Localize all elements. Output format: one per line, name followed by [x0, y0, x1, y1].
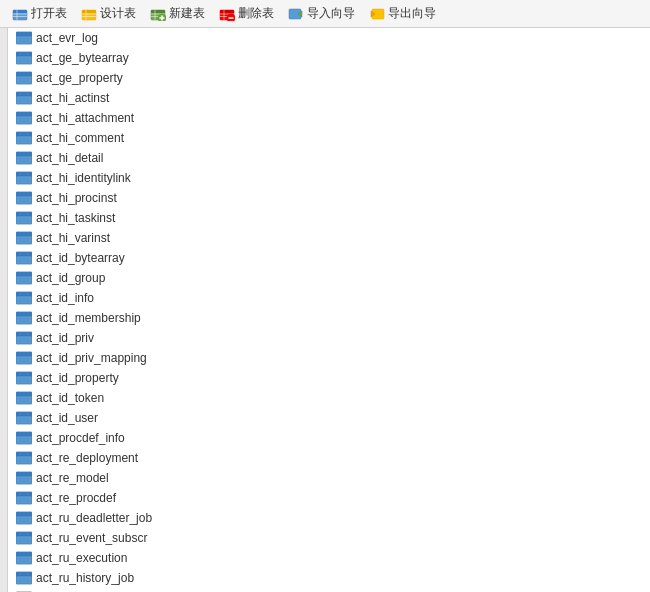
- table-icon: [16, 231, 32, 245]
- table-list-item[interactable]: act_id_priv_mapping: [8, 348, 650, 368]
- table-list-item[interactable]: act_hi_attachment: [8, 108, 650, 128]
- table-list-item[interactable]: act_id_group: [8, 268, 650, 288]
- table-list-item[interactable]: act_procdef_info: [8, 428, 650, 448]
- export-wizard-button[interactable]: 导出向导: [363, 3, 442, 24]
- table-list-item[interactable]: act_id_bytearray: [8, 248, 650, 268]
- table-icon: [16, 191, 32, 205]
- delete-table-label: 删除表: [238, 5, 274, 22]
- table-name-label: act_id_priv_mapping: [36, 351, 147, 365]
- design-table-button[interactable]: 设计表: [75, 3, 142, 24]
- table-list-item[interactable]: act_ru_deadletter_job: [8, 508, 650, 528]
- table-icon: [16, 571, 32, 585]
- new-table-label: 新建表: [169, 5, 205, 22]
- table-list-item[interactable]: act_evr_log: [8, 28, 650, 48]
- table-name-label: act_hi_attachment: [36, 111, 134, 125]
- table-list-item[interactable]: act_hi_identitylink: [8, 168, 650, 188]
- new-table-button[interactable]: 新建表: [144, 3, 211, 24]
- export-wizard-label: 导出向导: [388, 5, 436, 22]
- table-name-label: act_re_model: [36, 471, 109, 485]
- table-name-label: act_hi_taskinst: [36, 211, 115, 225]
- table-list-item[interactable]: act_re_deployment: [8, 448, 650, 468]
- table-icon: [16, 311, 32, 325]
- table-icon: [16, 471, 32, 485]
- export-wizard-icon: [369, 6, 385, 22]
- table-list-item[interactable]: act_hi_taskinst: [8, 208, 650, 228]
- toolbar: 打开表 设计表: [0, 0, 650, 28]
- table-icon: [16, 411, 32, 425]
- table-icon: [16, 251, 32, 265]
- open-table-label: 打开表: [31, 5, 67, 22]
- svg-rect-19: [220, 10, 234, 13]
- table-icon: [16, 71, 32, 85]
- svg-rect-1: [13, 10, 27, 13]
- table-icon: [16, 451, 32, 465]
- left-panel: [0, 28, 8, 592]
- table-icon: [16, 531, 32, 545]
- import-wizard-icon: [288, 6, 304, 22]
- import-wizard-button[interactable]: 导入向导: [282, 3, 361, 24]
- table-name-label: act_id_bytearray: [36, 251, 125, 265]
- table-name-label: act_evr_log: [36, 31, 98, 45]
- table-icon: [16, 151, 32, 165]
- table-list-item[interactable]: act_id_property: [8, 368, 650, 388]
- table-list-item[interactable]: act_ru_history_job: [8, 568, 650, 588]
- table-name-label: act_ru_execution: [36, 551, 127, 565]
- table-list-item[interactable]: act_hi_varinst: [8, 228, 650, 248]
- table-name-label: act_ru_event_subscr: [36, 531, 147, 545]
- table-list-item[interactable]: act_ru_execution: [8, 548, 650, 568]
- table-name-label: act_procdef_info: [36, 431, 125, 445]
- table-list-item[interactable]: act_id_membership: [8, 308, 650, 328]
- main-content: act_evr_log act_ge_bytearray act_ge_prop…: [0, 28, 650, 592]
- table-list-item[interactable]: act_id_token: [8, 388, 650, 408]
- table-name-label: act_ge_property: [36, 71, 123, 85]
- table-list-item[interactable]: act_ge_bytearray: [8, 48, 650, 68]
- table-list-item[interactable]: act_ru_identitylink: [8, 588, 650, 592]
- design-table-icon: [81, 6, 97, 22]
- open-table-icon: [12, 6, 28, 22]
- table-name-label: act_id_token: [36, 391, 104, 405]
- open-table-button[interactable]: 打开表: [6, 3, 73, 24]
- table-list-item[interactable]: act_id_priv: [8, 328, 650, 348]
- design-table-label: 设计表: [100, 5, 136, 22]
- table-list-item[interactable]: act_id_user: [8, 408, 650, 428]
- table-name-label: act_id_group: [36, 271, 105, 285]
- table-name-label: act_re_deployment: [36, 451, 138, 465]
- table-icon: [16, 431, 32, 445]
- table-list-item[interactable]: act_hi_procinst: [8, 188, 650, 208]
- table-list-item[interactable]: act_re_procdef: [8, 488, 650, 508]
- table-icon: [16, 271, 32, 285]
- table-name-label: act_id_info: [36, 291, 94, 305]
- delete-table-icon: [219, 6, 235, 22]
- table-list-item[interactable]: act_ru_event_subscr: [8, 528, 650, 548]
- table-name-label: act_hi_detail: [36, 151, 103, 165]
- table-name-label: act_hi_comment: [36, 131, 124, 145]
- table-icon: [16, 491, 32, 505]
- import-wizard-label: 导入向导: [307, 5, 355, 22]
- svg-rect-11: [151, 10, 165, 13]
- table-list-item[interactable]: act_id_info: [8, 288, 650, 308]
- svg-rect-6: [82, 10, 96, 13]
- table-icon: [16, 351, 32, 365]
- table-icon: [16, 51, 32, 65]
- table-name-label: act_id_property: [36, 371, 119, 385]
- table-name-label: act_hi_varinst: [36, 231, 110, 245]
- table-icon: [16, 391, 32, 405]
- table-name-label: act_id_user: [36, 411, 98, 425]
- table-name-label: act_ru_deadletter_job: [36, 511, 152, 525]
- table-name-label: act_hi_identitylink: [36, 171, 131, 185]
- table-list-item[interactable]: act_re_model: [8, 468, 650, 488]
- table-icon: [16, 171, 32, 185]
- table-list-item[interactable]: act_hi_comment: [8, 128, 650, 148]
- table-icon: [16, 511, 32, 525]
- table-icon: [16, 551, 32, 565]
- table-list-item[interactable]: act_hi_detail: [8, 148, 650, 168]
- table-icon: [16, 91, 32, 105]
- table-list[interactable]: act_evr_log act_ge_bytearray act_ge_prop…: [8, 28, 650, 592]
- table-name-label: act_hi_actinst: [36, 91, 109, 105]
- table-name-label: act_ru_history_job: [36, 571, 134, 585]
- table-name-label: act_ge_bytearray: [36, 51, 129, 65]
- table-list-item[interactable]: act_hi_actinst: [8, 88, 650, 108]
- table-icon: [16, 111, 32, 125]
- table-list-item[interactable]: act_ge_property: [8, 68, 650, 88]
- delete-table-button[interactable]: 删除表: [213, 3, 280, 24]
